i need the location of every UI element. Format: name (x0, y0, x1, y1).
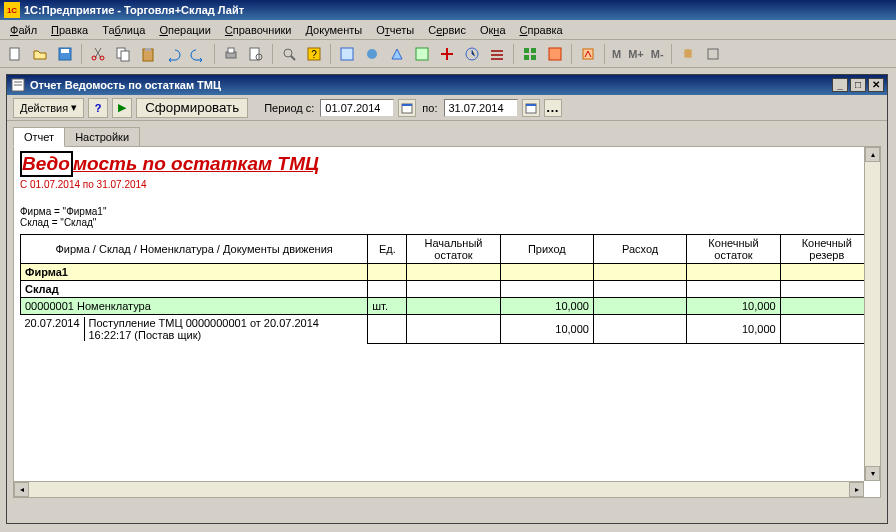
tab-area: Отчет Настройки Ведомость по остаткам ТМ… (7, 121, 887, 498)
minimize-button[interactable]: _ (832, 78, 848, 92)
menu-operations[interactable]: Операции (153, 22, 216, 38)
calendar-from-icon[interactable] (398, 99, 416, 117)
redo-icon[interactable] (187, 43, 209, 65)
tb-icon-3[interactable] (386, 43, 408, 65)
col-in: Приход (500, 235, 593, 264)
menu-help[interactable]: Справка (514, 22, 569, 38)
report-area[interactable]: Ведомость по остаткам ТМЦ С 01.07.2014 п… (14, 147, 880, 497)
scroll-up-icon[interactable]: ▴ (865, 147, 880, 162)
memory-mplus[interactable]: M+ (626, 48, 646, 60)
svg-rect-26 (524, 55, 529, 60)
svg-rect-2 (61, 49, 69, 53)
scroll-right-icon[interactable]: ▸ (849, 482, 864, 497)
actions-button[interactable]: Действия▾ (13, 98, 84, 118)
find-icon[interactable] (278, 43, 300, 65)
close-button[interactable]: ✕ (868, 78, 884, 92)
svg-rect-10 (228, 48, 234, 53)
help-icon[interactable]: ? (303, 43, 325, 65)
svg-rect-17 (341, 48, 353, 60)
svg-point-18 (367, 49, 377, 59)
svg-rect-37 (526, 104, 536, 106)
scroll-down-icon[interactable]: ▾ (865, 466, 880, 481)
table-header-row: Фирма / Склад / Номенклатура / Документы… (21, 235, 874, 264)
play-button[interactable]: ▶ (112, 98, 132, 118)
period-to-input[interactable] (444, 99, 518, 117)
scroll-left-icon[interactable]: ◂ (14, 482, 29, 497)
memory-m[interactable]: M (610, 48, 623, 60)
tb-icon-1[interactable] (336, 43, 358, 65)
report-table: Фирма / Склад / Номенклатура / Документы… (20, 234, 874, 344)
row-sklad[interactable]: Склад (21, 281, 874, 298)
main-toolbar: ? M M+ M- (0, 40, 896, 68)
new-icon[interactable] (4, 43, 26, 65)
cut-icon[interactable] (87, 43, 109, 65)
tab-report[interactable]: Отчет (13, 127, 65, 147)
period-select-button[interactable]: … (544, 99, 562, 117)
tb-icon-5[interactable] (436, 43, 458, 65)
tb-icon-7[interactable] (486, 43, 508, 65)
child-window: Отчет Ведомость по остаткам ТМЦ _ □ ✕ Де… (6, 74, 888, 524)
filter-firma: Фирма = "Фирма1" (20, 206, 874, 217)
svg-rect-25 (531, 48, 536, 53)
copy-icon[interactable] (112, 43, 134, 65)
menu-windows[interactable]: Окна (474, 22, 512, 38)
filter-sklad: Склад = "Склад" (20, 217, 874, 228)
col-out: Расход (593, 235, 686, 264)
paste-icon[interactable] (137, 43, 159, 65)
tb-icon-10[interactable] (577, 43, 599, 65)
svg-rect-30 (708, 49, 718, 59)
svg-rect-6 (121, 51, 129, 61)
menubar: Файл Правка Таблица Операции Справочники… (0, 20, 896, 40)
app-title: 1С:Предприятие - Торговля+Склад Лайт (24, 4, 244, 16)
tb-icon-8[interactable] (519, 43, 541, 65)
maximize-button[interactable]: □ (850, 78, 866, 92)
tb-icon-6[interactable] (461, 43, 483, 65)
svg-rect-22 (491, 54, 503, 56)
vertical-scrollbar[interactable]: ▴ ▾ (864, 147, 880, 481)
preview-icon[interactable] (245, 43, 267, 65)
menu-service[interactable]: Сервис (422, 22, 472, 38)
open-icon[interactable] (29, 43, 51, 65)
tb-icon-last[interactable] (702, 43, 724, 65)
menu-edit[interactable]: Правка (45, 22, 94, 38)
report-panel: Ведомость по остаткам ТМЦ С 01.07.2014 п… (13, 146, 881, 498)
col-unit: Ед. (368, 235, 407, 264)
tb-icon-4[interactable] (411, 43, 433, 65)
menu-refs[interactable]: Справочники (219, 22, 298, 38)
report-icon (10, 77, 26, 93)
help-button[interactable]: ? (88, 98, 108, 118)
undo-icon[interactable] (162, 43, 184, 65)
child-titlebar: Отчет Ведомость по остаткам ТМЦ _ □ ✕ (7, 75, 887, 95)
menu-file[interactable]: Файл (4, 22, 43, 38)
tab-settings[interactable]: Настройки (64, 127, 140, 146)
svg-rect-24 (524, 48, 529, 53)
calendar-to-icon[interactable] (522, 99, 540, 117)
horizontal-scrollbar[interactable]: ◂ ▸ (14, 481, 864, 497)
settings-icon[interactable] (677, 43, 699, 65)
report-title: Ведомость по остаткам ТМЦ (20, 151, 874, 177)
row-document[interactable]: 20.07.2014Поступление ТМЦ 0000000001 от … (21, 315, 874, 344)
menu-docs[interactable]: Документы (300, 22, 369, 38)
memory-mminus[interactable]: M- (649, 48, 666, 60)
svg-line-14 (291, 56, 295, 60)
row-nomenclature[interactable]: 00000001 Номенклатура шт. 10,000 10,000 (21, 298, 874, 315)
form-button[interactable]: Сформировать (136, 98, 248, 118)
dropdown-icon: ▾ (71, 101, 77, 114)
svg-rect-28 (549, 48, 561, 60)
menu-table[interactable]: Таблица (96, 22, 151, 38)
period-from-input[interactable] (320, 99, 394, 117)
period-to-label: по: (420, 102, 439, 114)
print-icon[interactable] (220, 43, 242, 65)
col-begin: Начальный остаток (407, 235, 500, 264)
row-firma[interactable]: Фирма1 (21, 264, 874, 281)
svg-rect-21 (491, 50, 503, 52)
child-toolbar: Действия▾ ? ▶ Сформировать Период с: по:… (7, 95, 887, 121)
tb-icon-2[interactable] (361, 43, 383, 65)
svg-text:?: ? (311, 49, 317, 60)
save-icon[interactable] (54, 43, 76, 65)
tb-icon-9[interactable] (544, 43, 566, 65)
menu-reports[interactable]: Отчеты (370, 22, 420, 38)
period-from-label: Период с: (262, 102, 316, 114)
svg-rect-19 (416, 48, 428, 60)
col-reserve: Конечный резерв (780, 235, 873, 264)
